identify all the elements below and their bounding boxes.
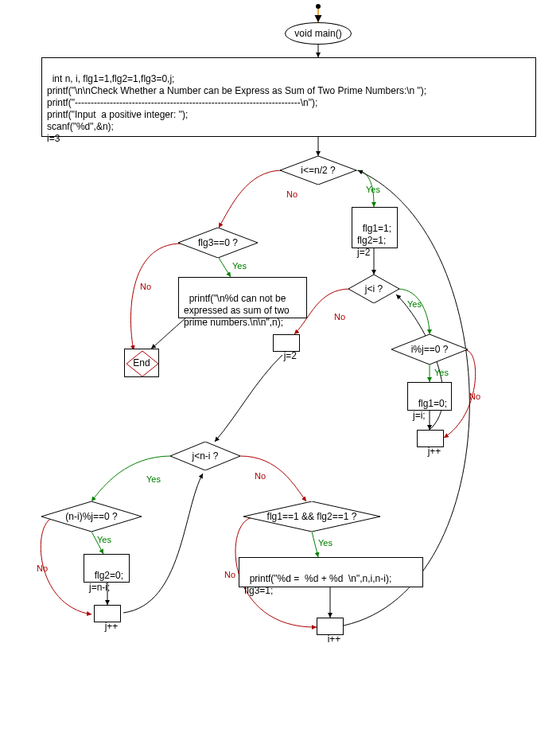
j-eq-2: j=2	[273, 334, 300, 352]
ipp-text: i++	[328, 633, 341, 645]
cond-flg3-text: flg3==0 ?	[198, 237, 238, 248]
ipp: i++	[317, 618, 344, 635]
lbl-no-3: No	[469, 392, 480, 401]
cond-j-lt-i: j<i ?	[348, 275, 399, 303]
end-node: End	[124, 349, 159, 377]
set-flg2-0: flg2=0; j=n-i;	[84, 554, 130, 583]
jpp-inner1: j++	[417, 430, 444, 447]
cond-j-lt-n-i: j<n-i ?	[170, 442, 240, 470]
lbl-yes-2: Yes	[407, 299, 422, 309]
jpp-inner2: j++	[94, 605, 121, 622]
print-fail: printf("\n%d can not be expressed as sum…	[178, 277, 307, 318]
set-flgs: flg1=1; flg2=1; j=2	[352, 207, 398, 248]
end-label: End	[133, 357, 150, 368]
print-sum: printf("%d = %d + %d \n",n,i,n-i); flg3=…	[239, 557, 423, 587]
lbl-yes-7: Yes	[232, 261, 247, 271]
cond-flg3: flg3==0 ?	[178, 228, 258, 258]
lbl-yes-1: Yes	[366, 185, 380, 194]
lbl-yes-4: Yes	[146, 474, 161, 484]
cond-both-flg: flg1==1 && flg2==1 ?	[243, 501, 380, 532]
cond-ni-mod-j: (n-i)%j==0 ?	[41, 501, 142, 532]
jpp-inner2-text: j++	[105, 621, 119, 632]
cond-both-flg-text: flg1==1 && flg2==1 ?	[267, 511, 357, 522]
cond-i-le-n2: i<=n/2 ?	[280, 156, 356, 185]
init-block: int n, i, flg1=1,flg2=1,flg3=0,j; printf…	[41, 57, 536, 137]
lbl-no-7: No	[140, 282, 151, 291]
lbl-no-1: No	[286, 189, 298, 199]
print-fail-text: printf("\n%d can not be expressed as sum…	[184, 293, 290, 328]
jpp-inner1-text: j++	[428, 446, 441, 457]
lbl-yes-3: Yes	[434, 368, 449, 377]
lbl-yes-5: Yes	[97, 535, 111, 544]
cond-i-mod-j-text: i%j==0 ?	[411, 344, 449, 355]
cond-j-lt-i-text: j<i ?	[365, 283, 383, 294]
cond-ni-mod-j-text: (n-i)%j==0 ?	[65, 511, 117, 522]
lbl-no-5: No	[37, 563, 48, 573]
init-text: int n, i, flg1=1,flg2=1,flg3=0,j; printf…	[47, 73, 426, 144]
lbl-no-2: No	[334, 312, 345, 322]
start-label: void main()	[294, 28, 341, 39]
cond-i-le-n2-text: i<=n/2 ?	[301, 165, 335, 176]
set-flg1-0: flg1=0; j=i;	[407, 382, 452, 411]
cond-j-lt-n-i-text: j<n-i ?	[192, 450, 218, 462]
j-eq-2-text: j=2	[284, 350, 297, 361]
start-node: void main()	[285, 22, 352, 45]
cond-i-mod-j: i%j==0 ?	[391, 334, 468, 364]
lbl-yes-6: Yes	[318, 538, 332, 548]
lbl-no-4: No	[255, 471, 266, 481]
lbl-no-6: No	[224, 570, 235, 579]
